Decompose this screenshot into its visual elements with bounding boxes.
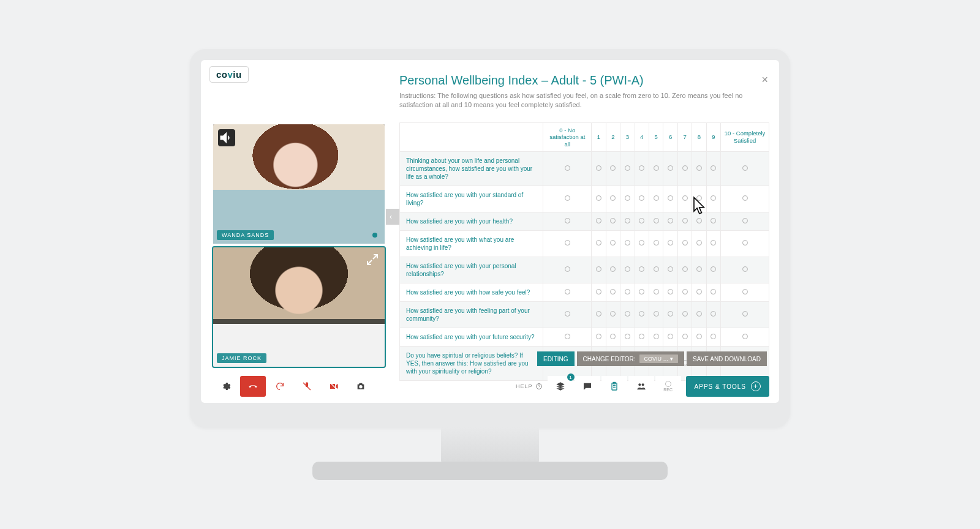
likert-option[interactable] [706, 257, 720, 283]
likert-option[interactable] [721, 212, 769, 230]
likert-option[interactable] [706, 151, 720, 186]
likert-option[interactable] [620, 328, 635, 346]
likert-option[interactable] [592, 283, 606, 301]
likert-option[interactable] [649, 186, 663, 212]
mute-mic-button[interactable] [294, 376, 320, 397]
likert-option[interactable] [649, 212, 663, 230]
likert-option[interactable] [677, 301, 692, 328]
likert-option[interactable] [706, 230, 720, 257]
likert-option[interactable] [706, 212, 720, 230]
likert-option[interactable] [663, 151, 677, 186]
likert-option[interactable] [649, 257, 663, 283]
snapshot-button[interactable] [348, 376, 374, 397]
likert-option[interactable] [543, 230, 592, 257]
likert-option[interactable] [635, 257, 649, 283]
likert-option[interactable] [543, 186, 592, 212]
likert-option[interactable] [592, 151, 606, 186]
likert-option[interactable] [649, 230, 663, 257]
likert-option[interactable] [692, 186, 706, 212]
help-button[interactable]: HELP [516, 383, 543, 390]
likert-option[interactable] [649, 301, 663, 328]
likert-option[interactable] [663, 301, 677, 328]
pager-prev[interactable]: ‹ [386, 209, 396, 225]
likert-option[interactable] [635, 283, 649, 301]
likert-option[interactable] [721, 301, 769, 328]
likert-option[interactable] [606, 151, 620, 186]
likert-option[interactable] [592, 230, 606, 257]
likert-option[interactable] [620, 301, 635, 328]
expand-button[interactable] [365, 252, 380, 267]
hangup-button[interactable] [240, 376, 266, 397]
apps-tools-button[interactable]: APPS & TOOLS + [686, 376, 769, 397]
chat-button[interactable] [575, 376, 600, 397]
likert-option[interactable] [606, 301, 620, 328]
likert-option[interactable] [649, 328, 663, 346]
likert-option[interactable] [721, 328, 769, 346]
likert-option[interactable] [620, 230, 635, 257]
likert-option[interactable] [543, 301, 592, 328]
likert-option[interactable] [620, 257, 635, 283]
settings-button[interactable] [213, 376, 239, 397]
likert-option[interactable] [677, 257, 692, 283]
likert-option[interactable] [663, 283, 677, 301]
likert-option[interactable] [635, 186, 649, 212]
likert-option[interactable] [543, 328, 592, 346]
likert-option[interactable] [677, 328, 692, 346]
likert-option[interactable] [606, 186, 620, 212]
likert-option[interactable] [543, 283, 592, 301]
likert-option[interactable] [606, 230, 620, 257]
likert-option[interactable] [635, 212, 649, 230]
likert-option[interactable] [620, 151, 635, 186]
likert-option[interactable] [606, 257, 620, 283]
likert-option[interactable] [692, 212, 706, 230]
likert-option[interactable] [592, 328, 606, 346]
likert-option[interactable] [663, 230, 677, 257]
likert-option[interactable] [692, 257, 706, 283]
likert-option[interactable] [592, 257, 606, 283]
likert-option[interactable] [543, 257, 592, 283]
likert-option[interactable] [677, 283, 692, 301]
video-tile-remote[interactable]: WANDA SANDS [213, 124, 385, 244]
likert-option[interactable] [663, 186, 677, 212]
likert-option[interactable] [692, 328, 706, 346]
likert-option[interactable] [663, 257, 677, 283]
likert-option[interactable] [635, 328, 649, 346]
likert-option[interactable] [692, 301, 706, 328]
mute-camera-button[interactable] [321, 376, 347, 397]
likert-option[interactable] [677, 151, 692, 186]
likert-option[interactable] [706, 283, 720, 301]
likert-option[interactable] [649, 283, 663, 301]
likert-option[interactable] [663, 328, 677, 346]
participants-button[interactable] [628, 376, 654, 397]
likert-option[interactable] [721, 283, 769, 301]
likert-option[interactable] [635, 230, 649, 257]
volume-button[interactable] [218, 129, 235, 146]
likert-option[interactable] [706, 328, 720, 346]
clipboard-button[interactable] [601, 376, 627, 397]
likert-option[interactable] [592, 212, 606, 230]
likert-option[interactable] [620, 283, 635, 301]
editing-chip[interactable]: EDITING [537, 351, 575, 366]
editor-select[interactable]: COVIU … ▾ [639, 355, 679, 363]
video-tile-self[interactable]: JAMIE ROCK [213, 247, 385, 367]
likert-option[interactable] [606, 212, 620, 230]
likert-option[interactable] [663, 212, 677, 230]
likert-option[interactable] [721, 186, 769, 212]
likert-option[interactable] [592, 301, 606, 328]
likert-option[interactable] [606, 283, 620, 301]
likert-option[interactable] [677, 212, 692, 230]
likert-option[interactable] [692, 283, 706, 301]
likert-option[interactable] [677, 230, 692, 257]
record-button[interactable]: REC [655, 376, 681, 397]
likert-option[interactable] [721, 151, 769, 186]
likert-option[interactable] [692, 151, 706, 186]
likert-option[interactable] [692, 230, 706, 257]
likert-option[interactable] [649, 151, 663, 186]
likert-option[interactable] [635, 151, 649, 186]
save-download-button[interactable]: SAVE AND DOWNLOAD [687, 351, 767, 366]
likert-option[interactable] [706, 186, 720, 212]
likert-option[interactable] [543, 151, 592, 186]
close-button[interactable]: × [761, 73, 768, 86]
likert-option[interactable] [620, 212, 635, 230]
likert-option[interactable] [706, 301, 720, 328]
